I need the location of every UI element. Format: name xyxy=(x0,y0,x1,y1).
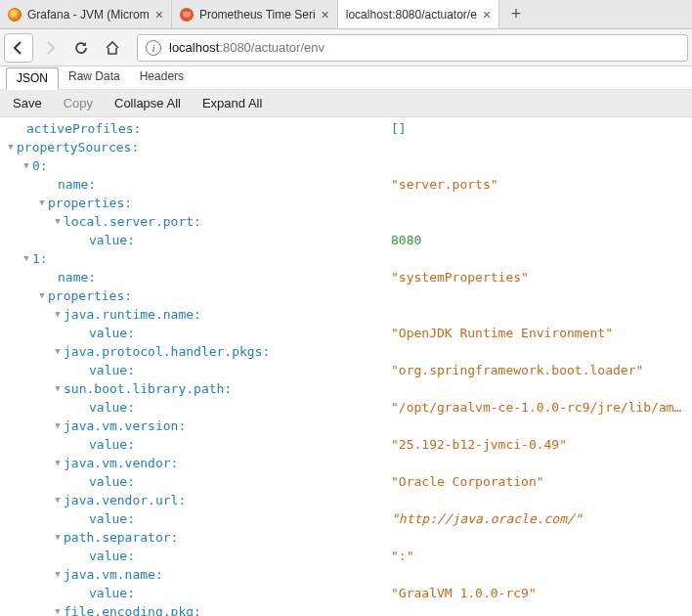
tab-title: Grafana - JVM (Microm xyxy=(27,8,150,22)
json-value: "/opt/graalvm-ce-1.0.0-rc9/jre/lib/amd64… xyxy=(391,398,684,417)
tab-title: localhost:8080/actuator/e xyxy=(346,8,477,22)
json-key[interactable]: value: xyxy=(89,361,135,379)
disclosure-icon[interactable]: ▼ xyxy=(53,528,63,547)
save-button[interactable]: Save xyxy=(4,93,51,113)
mode-json[interactable]: JSON xyxy=(6,67,59,90)
json-value: "server.ports" xyxy=(391,175,498,194)
disclosure-icon[interactable]: ▼ xyxy=(37,194,47,212)
json-key[interactable]: value: xyxy=(89,324,135,342)
json-key[interactable]: value: xyxy=(89,398,135,417)
url-path: :8080/actuator/env xyxy=(219,40,324,55)
viewer-mode-bar: JSON Raw Data Headers xyxy=(0,66,692,90)
json-key[interactable]: sun.boot.library.path: xyxy=(64,379,232,398)
expand-all-button[interactable]: Expand All xyxy=(194,93,271,113)
json-key[interactable]: 0: xyxy=(32,156,48,175)
json-key[interactable]: java.vm.name: xyxy=(64,565,163,584)
json-key[interactable]: activeProfiles: xyxy=(26,119,141,138)
json-key[interactable]: local.server.port: xyxy=(64,212,201,231)
json-value: "org.springframework.boot.loader" xyxy=(391,361,643,379)
grafana-favicon-icon xyxy=(8,8,22,22)
disclosure-icon[interactable]: ▼ xyxy=(53,454,63,472)
mode-headers[interactable]: Headers xyxy=(130,66,194,89)
json-tree[interactable]: activeProfiles:[] ▼propertySources: ▼0: … xyxy=(0,117,692,616)
forward-button[interactable] xyxy=(35,33,65,63)
tab-actuator[interactable]: localhost:8080/actuator/e × xyxy=(338,0,499,28)
disclosure-icon[interactable]: ▼ xyxy=(22,156,31,175)
json-key[interactable]: value: xyxy=(89,472,135,491)
json-key[interactable]: 1: xyxy=(32,249,48,268)
json-key[interactable]: properties: xyxy=(48,194,132,212)
disclosure-icon[interactable]: ▼ xyxy=(37,286,47,305)
arrow-right-icon xyxy=(42,40,58,56)
tab-grafana[interactable]: Grafana - JVM (Microm × xyxy=(0,0,172,28)
json-key[interactable]: java.protocol.handler.pkgs: xyxy=(64,342,270,361)
disclosure-icon[interactable]: ▼ xyxy=(53,305,63,324)
json-value: "OpenJDK Runtime Environment" xyxy=(391,324,613,342)
json-key[interactable]: java.vendor.url: xyxy=(64,491,186,509)
json-key[interactable]: propertySources: xyxy=(17,138,139,156)
json-value: "http://java.oracle.com/" xyxy=(391,509,583,528)
json-key[interactable]: java.vm.vendor: xyxy=(64,454,178,472)
close-icon[interactable]: × xyxy=(155,8,163,22)
json-key[interactable]: value: xyxy=(89,509,135,528)
viewer-actions: Save Copy Collapse All Expand All xyxy=(0,90,692,117)
disclosure-icon[interactable]: ▼ xyxy=(53,212,63,231)
mode-raw[interactable]: Raw Data xyxy=(59,66,130,89)
reload-icon xyxy=(73,40,89,56)
json-key[interactable]: value: xyxy=(89,547,135,565)
home-icon xyxy=(105,40,120,56)
disclosure-icon[interactable]: ▼ xyxy=(53,379,63,398)
disclosure-icon[interactable]: ▼ xyxy=(53,565,63,584)
json-key[interactable]: java.runtime.name: xyxy=(64,305,201,324)
nav-toolbar: i localhost:8080/actuator/env xyxy=(0,29,692,66)
close-icon[interactable]: × xyxy=(483,8,491,22)
tab-bar: Grafana - JVM (Microm × Prometheus Time … xyxy=(0,0,692,29)
json-value: ":" xyxy=(391,547,413,565)
disclosure-icon[interactable]: ▼ xyxy=(53,602,63,616)
json-key[interactable]: name: xyxy=(58,268,96,286)
url-bar[interactable]: i localhost:8080/actuator/env xyxy=(137,34,688,62)
prometheus-favicon-icon xyxy=(180,8,194,22)
json-value: 8080 xyxy=(391,231,421,249)
disclosure-icon[interactable]: ▼ xyxy=(53,342,63,361)
reload-button[interactable] xyxy=(66,33,96,63)
json-key[interactable]: path.separator: xyxy=(64,528,178,547)
json-value: "25.192-b12-jvmci-0.49" xyxy=(391,435,567,454)
json-key[interactable]: java.vm.version: xyxy=(64,417,186,435)
json-value: [] xyxy=(391,119,407,138)
close-icon[interactable]: × xyxy=(322,8,329,22)
new-tab-button[interactable]: + xyxy=(499,0,533,28)
info-icon[interactable]: i xyxy=(146,40,161,56)
collapse-all-button[interactable]: Collapse All xyxy=(106,93,190,113)
json-value: "Oracle Corporation" xyxy=(391,472,544,491)
home-button[interactable] xyxy=(98,33,127,63)
json-key[interactable]: value: xyxy=(89,231,135,249)
url-text: localhost:8080/actuator/env xyxy=(169,40,324,55)
json-key[interactable]: name: xyxy=(58,175,96,194)
back-button[interactable] xyxy=(4,33,33,63)
disclosure-icon[interactable]: ▼ xyxy=(6,138,16,156)
json-key[interactable]: properties: xyxy=(48,286,132,305)
disclosure-icon[interactable]: ▼ xyxy=(53,491,63,509)
tab-title: Prometheus Time Seri xyxy=(199,8,316,22)
json-key[interactable]: value: xyxy=(89,435,135,454)
disclosure-icon[interactable]: ▼ xyxy=(53,417,63,435)
json-key[interactable]: file.encoding.pkg: xyxy=(64,602,201,616)
tab-prometheus[interactable]: Prometheus Time Seri × xyxy=(172,0,338,28)
url-host: localhost xyxy=(169,40,219,55)
copy-button[interactable]: Copy xyxy=(55,93,102,113)
json-key[interactable]: value: xyxy=(89,584,135,602)
disclosure-icon[interactable]: ▼ xyxy=(22,249,31,268)
json-value: "systemProperties" xyxy=(391,268,529,286)
arrow-left-icon xyxy=(11,40,26,56)
json-value: "GraalVM 1.0.0-rc9" xyxy=(391,584,537,602)
